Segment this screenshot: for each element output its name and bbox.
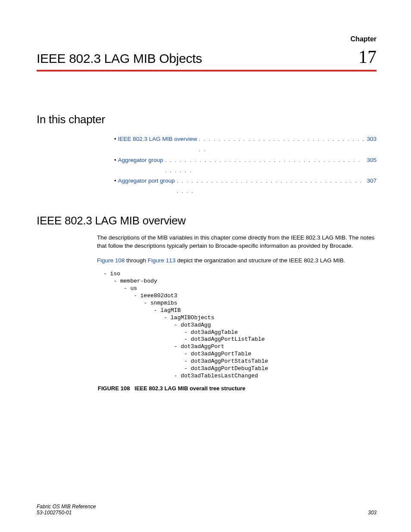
- toc-leader: . . . . . . . . . . . . . . . . . . . . …: [199, 134, 365, 155]
- bullet-icon: •: [114, 176, 116, 186]
- figure-caption: FIGURE 108 IEEE 802.3 LAG MIB overall tr…: [98, 385, 377, 392]
- toc-page[interactable]: 305: [367, 155, 377, 165]
- chapter-number: 17: [358, 47, 377, 67]
- figure-link[interactable]: Figure 108: [97, 257, 125, 264]
- figure-link[interactable]: Figure 113: [148, 257, 176, 264]
- toc: • IEEE 802.3 LAG MIB overview . . . . . …: [114, 134, 377, 197]
- toc-page[interactable]: 303: [367, 134, 377, 144]
- doc-title: Fabric OS MIB Reference: [37, 504, 96, 510]
- toc-link[interactable]: IEEE 802.3 LAG MIB overview: [118, 134, 197, 144]
- section-in-this-chapter: In this chapter: [37, 113, 377, 126]
- figure-label: FIGURE 108: [98, 385, 130, 392]
- mib-tree: - iso - member-body - us - ieee802dot3 -…: [103, 271, 377, 380]
- section-overview: IEEE 802.3 LAG MIB overview: [37, 214, 377, 227]
- toc-link[interactable]: Aggregator group: [118, 155, 163, 165]
- chapter-label: Chapter: [351, 35, 377, 43]
- divider-red: [37, 70, 377, 72]
- toc-item: • IEEE 802.3 LAG MIB overview . . . . . …: [114, 134, 377, 155]
- toc-page[interactable]: 307: [367, 176, 377, 186]
- text: through: [125, 257, 148, 264]
- chapter-title: IEEE 802.3 LAG MIB Objects: [37, 51, 202, 66]
- bullet-icon: •: [114, 134, 116, 144]
- toc-item: • Aggregator group . . . . . . . . . . .…: [114, 155, 377, 176]
- text: depict the organization and structure of…: [175, 257, 345, 264]
- bullet-icon: •: [114, 155, 116, 165]
- page-number: 303: [368, 510, 377, 516]
- page-footer: Fabric OS MIB Reference 53-1002750-01 30…: [37, 504, 377, 516]
- toc-leader: . . . . . . . . . . . . . . . . . . . . …: [165, 155, 365, 176]
- toc-item: • Aggregator port group . . . . . . . . …: [114, 176, 377, 197]
- paragraph: Figure 108 through Figure 113 depict the…: [97, 256, 377, 265]
- paragraph: The descriptions of the MIB variables in…: [97, 233, 377, 250]
- toc-link[interactable]: Aggregator port group: [118, 176, 175, 186]
- doc-number: 53-1002750-01: [37, 510, 96, 516]
- figure-title: IEEE 802.3 LAG MIB overall tree structur…: [134, 385, 245, 392]
- toc-leader: . . . . . . . . . . . . . . . . . . . . …: [177, 176, 365, 197]
